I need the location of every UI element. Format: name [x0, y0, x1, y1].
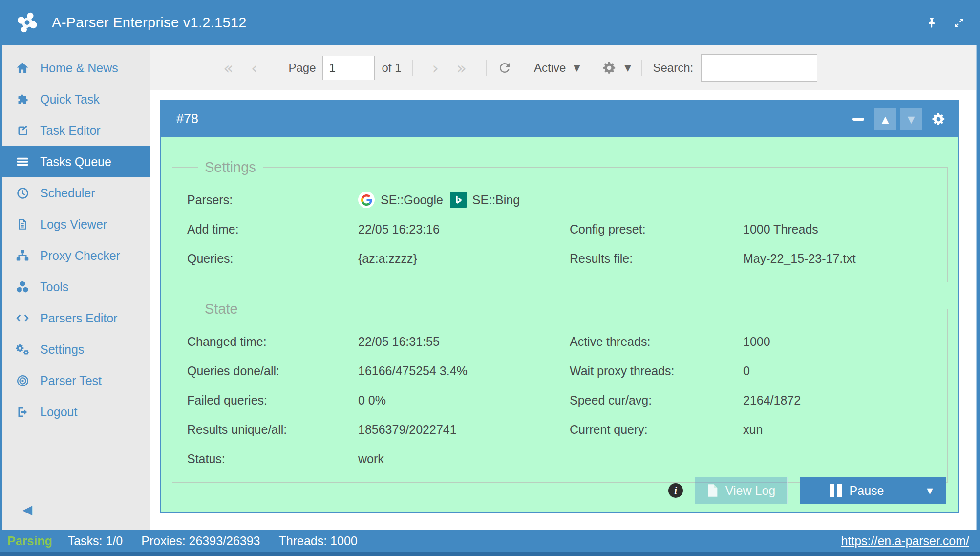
- field-label: Queries:: [187, 252, 358, 266]
- search-input[interactable]: [701, 54, 817, 82]
- field-value: xun: [743, 423, 947, 437]
- field-label: Config preset:: [570, 222, 743, 236]
- field-value: 16166/475254 3.4%: [358, 364, 570, 378]
- sidebar-item-quick-task[interactable]: Quick Task: [0, 84, 150, 115]
- window-border-left: [0, 45, 2, 530]
- sidebar-item-tools[interactable]: Tools: [0, 271, 150, 302]
- toolbar-separator: [523, 60, 523, 76]
- state-legend: State: [198, 301, 245, 317]
- sidebar-item-label: Parsers Editor: [40, 311, 117, 325]
- sidebar-item-label: Parser Test: [40, 374, 102, 388]
- sidebar-item-settings[interactable]: Settings: [0, 334, 150, 365]
- last-page-button[interactable]: »: [447, 60, 475, 76]
- sidebar-item-label: Logs Viewer: [40, 217, 107, 232]
- task-panel-body: Settings Parsers:: [161, 137, 958, 512]
- toolbar-gear-icon[interactable]: [602, 61, 617, 75]
- cubes-icon: [15, 280, 30, 294]
- sidebar-item-parser-test[interactable]: Parser Test: [0, 365, 150, 396]
- settings-group: Settings Parsers:: [172, 159, 948, 282]
- field-value: 0 0%: [358, 393, 570, 407]
- sidebar-item-proxy-checker[interactable]: Proxy Checker: [0, 240, 150, 271]
- toolbar-separator: [412, 60, 413, 76]
- task-panel: #78 ▲ ▼ Settings Parsers:: [160, 100, 959, 513]
- sidebar: Home & News Quick Task Task Editor Tasks…: [0, 45, 150, 530]
- task-actions: i View Log Pause ▼: [668, 477, 946, 504]
- field-value: 22/05 16:31:55: [358, 335, 570, 349]
- pause-dropdown-caret-icon[interactable]: ▼: [914, 477, 946, 504]
- field-value: 22/05 16:23:16: [358, 222, 570, 236]
- field-label: Parsers:: [187, 193, 358, 207]
- sidebar-item-scheduler[interactable]: Scheduler: [0, 177, 150, 209]
- page-total-label: of 1: [382, 61, 401, 75]
- status-state: Parsing: [7, 534, 52, 548]
- toolbar-separator: [591, 60, 591, 76]
- move-down-button[interactable]: ▼: [900, 108, 922, 130]
- a-parser-site-link[interactable]: https://en.a-parser.com/: [841, 534, 969, 548]
- parser-bing: SE::Bing: [450, 192, 520, 208]
- task-settings-gear-icon[interactable]: [931, 112, 946, 127]
- sidebar-item-home-news[interactable]: Home & News: [0, 52, 150, 84]
- status-bar: Parsing Tasks: 1/0 Proxies: 26393/26393 …: [0, 530, 980, 552]
- task-panel-header: #78 ▲ ▼: [161, 101, 958, 137]
- refresh-icon[interactable]: [497, 61, 512, 75]
- status-proxies: Proxies: 26393/26393: [141, 534, 260, 548]
- field-value: 1000: [743, 335, 947, 349]
- pause-icon: [830, 484, 842, 497]
- gear-caret-icon[interactable]: ▼: [624, 63, 631, 73]
- field-label: Status:: [187, 452, 358, 466]
- task-filter-select[interactable]: Active: [534, 61, 566, 75]
- minimize-button[interactable]: [852, 118, 864, 121]
- sidebar-item-logs-viewer[interactable]: Logs Viewer: [0, 209, 150, 240]
- settings-legend: Settings: [198, 159, 263, 175]
- sidebar-item-label: Proxy Checker: [40, 249, 120, 263]
- toolbar-separator: [277, 60, 277, 76]
- sidebar-item-label: Settings: [40, 342, 84, 357]
- field-value: May-22_15-23-17.txt: [743, 252, 947, 266]
- field-label: Add time:: [187, 222, 358, 236]
- sidebar-item-task-editor[interactable]: Task Editor: [0, 115, 150, 146]
- field-label: Changed time:: [187, 335, 358, 349]
- page-input[interactable]: [322, 56, 375, 80]
- field-label: Wait proxy threads:: [570, 364, 743, 378]
- app-window: A-Parser Enterprise v1.2.1512 Home & New…: [0, 0, 980, 556]
- pin-icon[interactable]: [925, 17, 938, 29]
- sidebar-item-logout[interactable]: Logout: [0, 396, 150, 428]
- gears-icon: [15, 342, 30, 356]
- page-label: Page: [288, 61, 316, 75]
- move-up-button[interactable]: ▲: [874, 108, 896, 130]
- sidebar-item-tasks-queue[interactable]: Tasks Queue: [0, 146, 150, 177]
- sidebar-item-label: Logout: [40, 405, 77, 419]
- field-value: 2164/1872: [743, 393, 947, 407]
- view-log-button[interactable]: View Log: [695, 477, 788, 504]
- content-area: « ‹ Page of 1 › » Active ▼ ▼ Search:: [150, 45, 976, 530]
- sidebar-item-label: Tasks Queue: [40, 155, 111, 169]
- field-value: 0: [743, 364, 947, 378]
- pause-label: Pause: [850, 484, 884, 498]
- field-label: Speed cur/avg:: [570, 393, 743, 407]
- edit-icon: [15, 124, 30, 137]
- field-value: work: [358, 452, 570, 466]
- view-log-label: View Log: [725, 484, 775, 498]
- sidebar-item-parsers-editor[interactable]: Parsers Editor: [0, 302, 150, 334]
- first-page-button[interactable]: «: [214, 60, 242, 76]
- toolbar-separator: [486, 60, 487, 76]
- code-icon: [15, 311, 30, 325]
- info-icon[interactable]: i: [668, 483, 683, 498]
- puzzle-icon: [15, 92, 30, 106]
- pause-button[interactable]: Pause ▼: [800, 477, 946, 504]
- next-page-button[interactable]: ›: [424, 60, 448, 76]
- window-bottom-edge: [0, 552, 980, 556]
- toolbar-separator: [641, 60, 642, 76]
- sidebar-collapse-button[interactable]: ◀: [22, 502, 32, 517]
- field-value: {az:a:zzzz}: [358, 252, 570, 266]
- state-group: State Changed time: 22/05 16:31:55 Activ…: [172, 301, 948, 483]
- expand-icon[interactable]: [953, 17, 965, 29]
- home-icon: [15, 61, 30, 75]
- field-label: Current query:: [570, 423, 743, 437]
- parser-name: SE::Bing: [472, 193, 520, 207]
- file-text-icon: [15, 217, 30, 231]
- prev-page-button[interactable]: ‹: [242, 60, 267, 76]
- filter-caret-icon[interactable]: ▼: [574, 63, 580, 73]
- field-label: Results unique/all:: [187, 423, 358, 437]
- parser-name: SE::Google: [381, 193, 443, 207]
